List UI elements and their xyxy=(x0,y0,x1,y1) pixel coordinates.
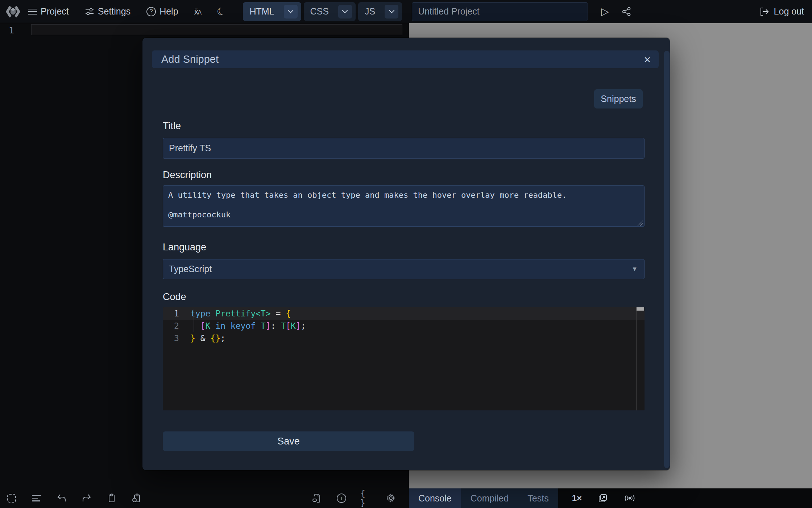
redo-icon[interactable] xyxy=(81,492,92,504)
code-line-content: } & {}; xyxy=(190,332,225,344)
editor-active-line[interactable] xyxy=(31,24,402,35)
logout-label: Log out xyxy=(774,6,804,17)
bottom-toolbar: i { } Console Compiled Tests 1× xyxy=(0,488,812,508)
zoom-level[interactable]: 1× xyxy=(572,488,582,508)
chevron-down-icon xyxy=(342,8,348,13)
settings-gear-icon[interactable] xyxy=(385,492,397,504)
code-line-content: [K in keyof T]: T[K]; xyxy=(190,320,306,332)
tab-compiled[interactable]: Compiled xyxy=(461,488,518,508)
code-scrollbar-thumb[interactable] xyxy=(637,307,644,311)
top-toolbar: Project Settings ? Help x̄A ☾ HTML CSS xyxy=(0,0,812,23)
modal-title: Add Snippet xyxy=(161,53,219,65)
code-line[interactable]: 3} & {}; xyxy=(163,332,645,344)
language-select[interactable]: TypeScript ▼ xyxy=(163,259,645,279)
paste-icon[interactable] xyxy=(131,492,142,504)
output-tabs: Console Compiled Tests xyxy=(409,488,558,508)
code-line-number: 2 xyxy=(163,320,190,332)
sliders-icon xyxy=(85,7,94,16)
code-line-number: 1 xyxy=(163,307,190,320)
js-options-button[interactable] xyxy=(385,5,398,19)
title-label: Title xyxy=(163,120,181,132)
translate-icon[interactable]: x̄A xyxy=(194,7,201,17)
logout-icon xyxy=(759,7,770,17)
modal-scrollbar[interactable] xyxy=(664,51,670,468)
undo-icon[interactable] xyxy=(56,492,67,504)
editor-tools: i { } xyxy=(311,488,397,508)
dark-mode-icon[interactable]: ☾ xyxy=(216,5,227,18)
code-scrollbar-track[interactable] xyxy=(636,307,645,410)
open-preview-icon[interactable] xyxy=(597,492,609,504)
language-label: Language xyxy=(163,242,206,253)
file-link-icon[interactable] xyxy=(311,492,323,504)
code-line-number: 3 xyxy=(163,332,190,344)
tab-js[interactable]: JS xyxy=(358,2,402,21)
tab-css[interactable]: CSS xyxy=(304,2,356,21)
code-line[interactable]: 2 [K in keyof T]: T[K]; xyxy=(163,320,645,332)
select-all-icon[interactable] xyxy=(6,492,17,504)
tab-html-label: HTML xyxy=(249,6,274,17)
select-arrow-icon: ▼ xyxy=(631,266,638,273)
live-reload-icon[interactable] xyxy=(624,492,635,504)
run-button[interactable]: ▷ xyxy=(601,5,609,17)
tab-css-label: CSS xyxy=(310,6,329,17)
chevron-down-icon xyxy=(389,8,394,13)
code-label: Code xyxy=(163,291,186,303)
menu-project-label: Project xyxy=(41,6,69,17)
menu-settings[interactable]: Settings xyxy=(85,6,130,17)
menu-help[interactable]: ? Help xyxy=(146,6,178,17)
snippet-title-input[interactable] xyxy=(163,138,645,159)
output-tabs-bar: Console Compiled Tests 1× xyxy=(409,488,812,508)
description-label: Description xyxy=(163,169,212,181)
code-lines: 1type Prettify<T> = {2 [K in keyof T]: T… xyxy=(163,307,645,344)
save-button[interactable]: Save xyxy=(163,431,414,451)
braces-icon[interactable]: { } xyxy=(360,492,372,504)
tab-console[interactable]: Console xyxy=(409,488,461,508)
app-logo-icon[interactable] xyxy=(4,4,22,19)
close-icon[interactable]: × xyxy=(644,54,651,65)
add-snippet-modal: Add Snippet × Snippets Title Description… xyxy=(142,38,670,470)
language-select-value: TypeScript xyxy=(169,264,212,274)
snippet-description-textarea[interactable]: A utility type that takes an object type… xyxy=(163,185,645,227)
hamburger-icon xyxy=(28,7,37,16)
menu-help-label: Help xyxy=(160,6,178,17)
tab-tests[interactable]: Tests xyxy=(518,488,558,508)
menu-settings-label: Settings xyxy=(98,6,130,17)
code-line-content: type Prettify<T> = { xyxy=(190,307,291,320)
modal-header: Add Snippet × xyxy=(152,50,659,68)
editor-actions xyxy=(6,488,142,508)
snippets-button[interactable]: Snippets xyxy=(594,89,643,108)
tab-js-label: JS xyxy=(365,6,375,17)
menu-project[interactable]: Project xyxy=(28,6,69,17)
help-icon: ? xyxy=(146,7,156,16)
app-root: Project Settings ? Help x̄A ☾ HTML CSS xyxy=(0,0,812,508)
project-name-input[interactable] xyxy=(412,2,588,21)
chevron-down-icon xyxy=(288,8,294,13)
tab-html[interactable]: HTML xyxy=(243,2,301,21)
share-icon[interactable] xyxy=(621,7,631,17)
logout-button[interactable]: Log out xyxy=(759,6,804,17)
css-options-button[interactable] xyxy=(338,5,352,19)
copy-icon[interactable] xyxy=(106,492,117,504)
format-code-icon[interactable] xyxy=(31,492,42,504)
html-options-button[interactable] xyxy=(284,5,298,19)
textarea-resize-handle[interactable] xyxy=(638,221,643,226)
snippet-code-editor[interactable]: 1type Prettify<T> = {2 [K in keyof T]: T… xyxy=(163,307,645,410)
editor-line-number: 1 xyxy=(9,25,14,36)
code-line[interactable]: 1type Prettify<T> = { xyxy=(163,307,645,320)
info-icon[interactable]: i xyxy=(336,492,347,504)
indent-guide xyxy=(194,310,194,332)
